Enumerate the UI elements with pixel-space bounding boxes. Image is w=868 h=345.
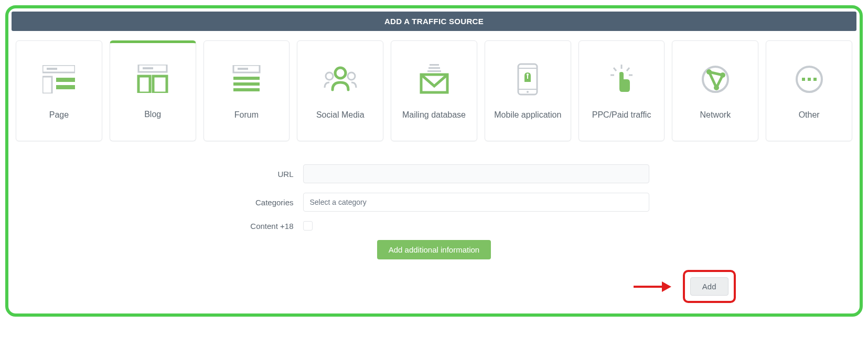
card-mobile-label: Mobile application — [494, 110, 561, 120]
card-other[interactable]: Other — [766, 40, 852, 141]
bottom-row: Add — [133, 270, 736, 303]
card-forum[interactable]: Forum — [203, 40, 290, 141]
card-blog[interactable]: Blog — [110, 40, 196, 141]
page-title: ADD A TRAFFIC SOURCE — [384, 17, 484, 26]
highlight-arrow-icon — [633, 280, 673, 293]
svg-point-16 — [348, 72, 355, 80]
page-header: ADD A TRAFFIC SOURCE — [12, 12, 856, 31]
svg-point-14 — [335, 68, 346, 78]
svg-rect-13 — [233, 88, 260, 91]
svg-rect-1 — [47, 68, 57, 70]
card-forum-label: Forum — [234, 110, 259, 120]
svg-point-15 — [326, 72, 333, 80]
card-social[interactable]: Social Media — [297, 40, 383, 141]
svg-rect-19 — [427, 70, 441, 72]
add-button[interactable]: Add — [690, 277, 728, 296]
card-ppc[interactable]: PPC/Paid traffic — [578, 40, 665, 141]
envelope-icon — [418, 61, 451, 98]
form: URL Categories Select a category Content… — [219, 164, 649, 259]
svg-rect-4 — [56, 85, 75, 89]
card-other-label: Other — [799, 110, 820, 120]
content18-checkbox[interactable] — [303, 221, 313, 231]
svg-rect-3 — [56, 78, 75, 82]
card-network[interactable]: Network — [672, 40, 758, 141]
card-mobile[interactable]: Mobile application — [485, 40, 571, 141]
card-social-label: Social Media — [316, 110, 365, 120]
svg-rect-7 — [138, 76, 150, 93]
card-ppc-label: PPC/Paid traffic — [592, 110, 651, 120]
svg-point-25 — [527, 74, 529, 76]
highlight-box: Add — [683, 270, 736, 303]
mobile-icon — [516, 61, 539, 98]
svg-rect-6 — [143, 67, 153, 69]
app-frame: ADD A TRAFFIC SOURCE Page — [5, 5, 863, 317]
card-mailing-label: Mailing database — [402, 110, 466, 120]
categories-label: Categories — [219, 198, 303, 207]
source-type-cards: Page Blog — [12, 31, 856, 149]
svg-rect-18 — [428, 67, 440, 69]
page-icon — [42, 61, 75, 98]
add-additional-button[interactable]: Add additional information — [377, 240, 491, 259]
svg-rect-12 — [233, 82, 260, 86]
card-network-label: Network — [700, 110, 731, 120]
svg-line-28 — [614, 68, 616, 71]
svg-rect-11 — [233, 77, 260, 80]
svg-point-24 — [527, 91, 529, 93]
categories-placeholder: Select a category — [310, 198, 367, 206]
content18-label: Content +18 — [219, 222, 303, 231]
svg-rect-10 — [238, 68, 248, 70]
svg-rect-17 — [430, 64, 439, 66]
card-page-label: Page — [49, 110, 69, 120]
card-mailing[interactable]: Mailing database — [391, 40, 477, 141]
categories-select[interactable]: Select a category — [303, 193, 649, 212]
ellipsis-icon — [795, 61, 824, 98]
svg-point-35 — [714, 85, 719, 90]
forum-icon — [230, 61, 263, 98]
url-input[interactable] — [303, 164, 649, 183]
network-icon — [701, 61, 730, 98]
card-blog-label: Blog — [144, 110, 161, 119]
social-icon — [323, 61, 358, 98]
svg-rect-37 — [802, 78, 805, 81]
svg-point-34 — [720, 72, 725, 78]
svg-rect-39 — [813, 78, 817, 81]
svg-rect-38 — [808, 78, 811, 81]
svg-point-33 — [706, 69, 712, 75]
svg-line-29 — [627, 68, 629, 71]
card-page[interactable]: Page — [16, 40, 102, 141]
blog-icon — [136, 60, 169, 97]
url-label: URL — [219, 170, 303, 179]
svg-rect-2 — [42, 77, 52, 93]
svg-rect-8 — [153, 76, 167, 93]
click-icon — [606, 61, 637, 98]
